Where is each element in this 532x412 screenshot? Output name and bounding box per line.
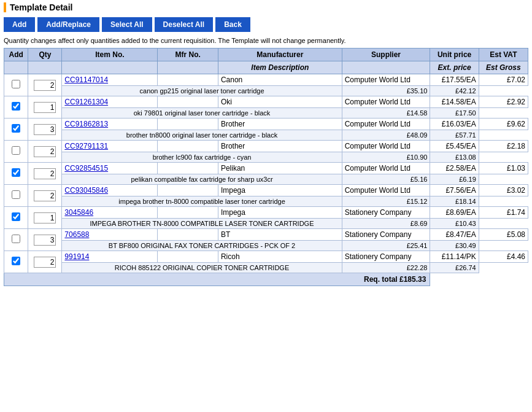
- est-vat-cell: £4.46: [479, 251, 528, 263]
- add-checkbox-3[interactable]: [12, 146, 20, 155]
- ext-price-cell: £14.58: [342, 108, 430, 119]
- col-supplier: Supplier: [342, 49, 430, 61]
- ext-price-cell: £10.90: [342, 152, 430, 163]
- item-no-link-6[interactable]: 3045846: [64, 208, 93, 217]
- supplier-cell: Computer World Ltd: [342, 74, 430, 86]
- add-checkbox-7[interactable]: [12, 235, 20, 243]
- unit-price-cell: £14.58/EA: [430, 96, 479, 108]
- ext-price-cell: £8.69: [342, 219, 430, 229]
- item-no-cell: CC92854515: [62, 163, 158, 174]
- qty-input-4[interactable]: [34, 168, 56, 179]
- subcol-mfr-no: [158, 61, 218, 74]
- add-cell: [4, 74, 28, 96]
- table-header-row: Add Qty Item No. Mfr No. Manufacturer Su…: [4, 49, 528, 61]
- item-no-cell: 3045846: [62, 207, 158, 219]
- unit-price-cell: £11.14/PK: [430, 251, 479, 263]
- col-mfr-no: Mfr No.: [158, 49, 218, 61]
- desc-row: BT BF800 ORIGINAL FAX TONER CARTRIDGES -…: [4, 241, 528, 251]
- col-item-no: Item No.: [62, 49, 158, 61]
- item-no-link-4[interactable]: CC92854515: [64, 164, 108, 173]
- qty-cell: [28, 119, 62, 141]
- add-cell: [4, 207, 28, 229]
- ext-price-cell: £48.09: [342, 130, 430, 141]
- est-gross-cell: £42.12: [430, 86, 479, 96]
- manufacturer-cell: Impega: [218, 185, 342, 196]
- mfr-no-cell: [158, 119, 218, 130]
- item-no-link-0[interactable]: CC91147014: [64, 76, 108, 84]
- unit-price-cell: £5.45/EA: [430, 141, 479, 152]
- add-cell: [4, 141, 28, 163]
- add-checkbox-2[interactable]: [12, 124, 20, 133]
- qty-input-1[interactable]: [34, 102, 56, 113]
- item-no-link-1[interactable]: CC91261304: [64, 98, 108, 106]
- add-checkbox-8[interactable]: [12, 257, 20, 265]
- manufacturer-cell: Ricoh: [218, 251, 342, 263]
- page-title: Template Detail: [4, 2, 528, 12]
- back-button[interactable]: Back: [215, 17, 250, 32]
- page-container: Template Detail Add Add/Replace Select A…: [0, 0, 532, 289]
- est-gross-cell: £13.08: [430, 152, 479, 163]
- supplier-cell: Computer World Ltd: [342, 141, 430, 152]
- qty-input-0[interactable]: [34, 80, 56, 91]
- est-vat-cell: £7.02: [479, 74, 528, 86]
- mfr-no-cell: [158, 229, 218, 241]
- qty-input-5[interactable]: [34, 190, 56, 201]
- table-row: 3045846 Impega Stationery Company £8.69/…: [4, 207, 528, 219]
- manufacturer-cell: Canon: [218, 74, 342, 86]
- unit-price-cell: £8.47/EA: [430, 229, 479, 241]
- add-checkbox-0[interactable]: [12, 80, 20, 88]
- qty-input-6[interactable]: [34, 212, 56, 223]
- supplier-cell: Computer World Ltd: [342, 96, 430, 108]
- est-gross-cell: £30.49: [430, 241, 479, 251]
- mfr-no-cell: [158, 74, 218, 86]
- qty-cell: [28, 185, 62, 207]
- deselect-all-button[interactable]: Deselect All: [155, 17, 214, 32]
- add-checkbox-6[interactable]: [12, 212, 20, 221]
- table-subheader-row: Item Description Ext. price Est Gross: [4, 61, 528, 74]
- table-row: CC93045846 Impega Computer World Ltd £7.…: [4, 185, 528, 196]
- add-cell: [4, 163, 28, 185]
- item-no-link-5[interactable]: CC93045846: [64, 186, 108, 195]
- add-button[interactable]: Add: [4, 17, 35, 32]
- add-cell: [4, 229, 28, 251]
- est-vat-cell: £3.02: [479, 185, 528, 196]
- qty-input-7[interactable]: [34, 235, 56, 246]
- est-gross-cell: £57.71: [430, 130, 479, 141]
- add-checkbox-5[interactable]: [12, 190, 20, 199]
- supplier-cell: Computer World Ltd: [342, 119, 430, 130]
- qty-input-2[interactable]: [34, 124, 56, 135]
- est-vat-cell: £2.18: [479, 141, 528, 152]
- supplier-cell: Computer World Ltd: [342, 185, 430, 196]
- subcol-qty: [28, 61, 62, 74]
- item-no-cell: 706588: [62, 229, 158, 241]
- item-no-cell: CC91862813: [62, 119, 158, 130]
- add-checkbox-4[interactable]: [12, 168, 20, 177]
- col-est-vat: Est VAT: [479, 49, 528, 61]
- qty-input-3[interactable]: [34, 146, 56, 157]
- description-cell: BT BF800 ORIGINAL FAX TONER CARTRIDGES -…: [62, 241, 342, 251]
- ext-price-cell: £5.16: [342, 174, 430, 185]
- description-cell: RICOH 885122 ORIGINAL COPIER TONER CARTR…: [62, 263, 342, 273]
- ext-price-cell: £15.12: [342, 196, 430, 207]
- ext-price-cell: £22.28: [342, 263, 430, 273]
- add-cell: [4, 119, 28, 141]
- description-cell: brother lc900 fax cartridge - cyan: [62, 152, 342, 163]
- est-vat-cell: £1.74: [479, 207, 528, 219]
- qty-input-8[interactable]: [34, 257, 56, 268]
- item-no-link-2[interactable]: CC91862813: [64, 120, 108, 128]
- item-no-link-3[interactable]: CC92791131: [64, 142, 108, 150]
- desc-row: brother tn8000 original laser toner cart…: [4, 130, 528, 141]
- subcol-ext-price: Ext. price: [430, 61, 479, 74]
- unit-price-cell: £8.69/EA: [430, 207, 479, 219]
- mfr-no-cell: [158, 141, 218, 152]
- item-no-link-8[interactable]: 991914: [64, 252, 89, 261]
- select-all-button[interactable]: Select All: [102, 17, 152, 32]
- desc-row: IMPEGA BROTHER TN-8000 COMPATIBLE LASER …: [4, 219, 528, 229]
- add-checkbox-1[interactable]: [12, 102, 20, 111]
- add-replace-button[interactable]: Add/Replace: [37, 17, 99, 32]
- mfr-no-cell: [158, 251, 218, 263]
- item-no-link-7[interactable]: 706588: [64, 230, 89, 239]
- mfr-no-cell: [158, 185, 218, 196]
- mfr-no-cell: [158, 163, 218, 174]
- est-vat-cell: £2.92: [479, 96, 528, 108]
